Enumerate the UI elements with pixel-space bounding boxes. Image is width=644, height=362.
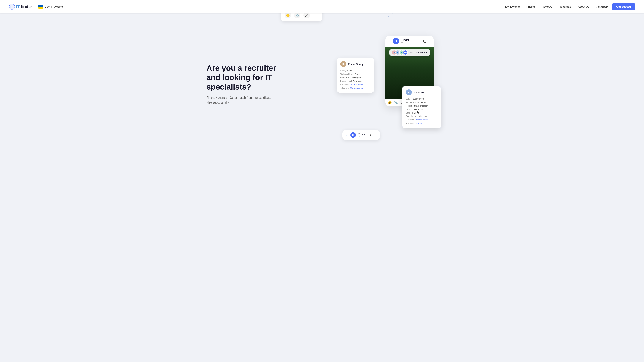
plus-badge: +20 — [403, 50, 408, 55]
bottom-bot-role: bot — [358, 135, 368, 137]
nav-reviews[interactable]: Reviews — [542, 5, 552, 8]
emma-card-info: Salary: $7000 Technical level: Senior Ro… — [340, 69, 371, 90]
page-main: Candidate /candidate 😊 📎 🎤 Are you a rec… — [0, 0, 644, 362]
ukraine-badge: Born in Ukraine! — [38, 5, 64, 8]
alex-salary-label: Salary: — [406, 98, 412, 100]
phone-back-button[interactable]: ← — [388, 39, 391, 43]
svg-text:IT: IT — [10, 5, 13, 8]
emma-contacts-label: Contacts: — [340, 83, 349, 86]
bottom-icons: 📞 ⋮ — [370, 133, 377, 136]
emma-salary-label: Salary: — [340, 69, 346, 72]
bottom-bot-avatar: IT — [350, 132, 356, 138]
alex-role-value: Software engineer — [411, 105, 428, 107]
cursor-pointer — [416, 110, 421, 116]
language-selector[interactable]: Language — [596, 5, 608, 8]
emma-sunny-card: ES Emma Sunny Salary: $7000 Technical le… — [337, 58, 374, 93]
bottom-back-icon[interactable]: ← — [346, 133, 348, 137]
navbar: IT ITtinder Born in Ukraine! How it work… — [0, 0, 644, 13]
logo-it: IT — [16, 4, 20, 9]
main-section: Are you a recruiter and looking for IT s… — [192, 13, 452, 144]
bottom-bot-name: ITinder — [358, 133, 368, 135]
phone-header-actions: 📞 ⋮ — [422, 39, 431, 43]
alex-card-info: Salary: $5000-6000 Technical level: Seni… — [406, 97, 438, 125]
phone-header: ← IT ITinder bot 📞 ⋮ — [385, 36, 434, 47]
bottom-title-group: ITinder bot — [358, 133, 368, 137]
alex-salary-value: $5000-6000 — [413, 98, 424, 100]
nav-how-it-works[interactable]: How it works — [504, 5, 520, 8]
candidates-bubble[interactable]: 👤 👤 👤 +20 more candidates — [389, 49, 430, 56]
logo[interactable]: IT ITtinder — [9, 4, 32, 10]
emma-contacts-value: +80983423455 — [350, 83, 363, 86]
emma-salary-value: $7000 — [347, 69, 353, 72]
candidates-avatars: 👤 👤 👤 +20 — [392, 50, 408, 55]
alex-telegram-label: Telegram: — [406, 122, 415, 124]
alex-role-label: Role: — [406, 105, 411, 107]
candidates-bubble-text: more candidates — [410, 51, 427, 54]
alex-contacts-value: +80984356885 — [415, 119, 429, 121]
alex-lee-card: AL Alex Lee Salary: $5000-6000 Technical… — [402, 86, 441, 128]
emma-english-value: Advanced — [353, 80, 362, 82]
emma-role-value: Product Designer — [346, 76, 362, 79]
nav-about-us[interactable]: About Us — [578, 5, 589, 8]
logo-icon: IT — [9, 4, 15, 10]
emma-telegram-value: @emmaemma — [350, 87, 363, 89]
alex-position-label: Position: — [406, 108, 414, 110]
phone-bot-name: ITinder — [401, 38, 421, 41]
bottom-chat-preview: ← IT ITinder bot 📞 ⋮ — [342, 130, 380, 140]
alex-telegram-value: @alexlee — [415, 122, 424, 124]
emma-name: Emma Sunny — [348, 63, 363, 65]
phone-attach-icon[interactable]: 📎 — [394, 101, 398, 104]
emma-tech-label: Technical level: — [340, 73, 354, 75]
phone-title-group: ITinder bot — [401, 38, 421, 44]
nav-links: How it works Pricing Reviews Roadmap Abo… — [504, 5, 589, 8]
emma-telegram-label: Telegram: — [340, 87, 349, 89]
left-content: Are you a recruiter and looking for IT s… — [206, 63, 277, 105]
phone-more-icon[interactable]: ⋮ — [428, 39, 431, 43]
alex-tech-value: Senior — [420, 101, 426, 103]
bottom-more-icon[interactable]: ⋮ — [374, 133, 377, 136]
ukraine-label: Born in Ukraine! — [45, 5, 64, 8]
get-started-button[interactable]: Get started — [612, 3, 635, 10]
alex-name: Alex Lee — [414, 91, 424, 94]
phone-emoji-icon[interactable]: 😊 — [388, 101, 392, 104]
ukraine-flag-icon — [38, 5, 44, 8]
hero-subtext: Fill the vacancy - Get a match from the … — [206, 95, 277, 105]
phone-bot-role: bot — [401, 41, 421, 44]
alex-contacts-label: Contacts: — [406, 119, 414, 121]
hero-heading: Are you a recruiter and looking for IT s… — [206, 63, 277, 92]
emma-english-label: English level: — [340, 80, 352, 82]
nav-roadmap[interactable]: Roadmap — [559, 5, 571, 8]
logo-tinder: tinder — [21, 4, 32, 9]
emma-tech-value: Senior — [355, 73, 361, 75]
alex-stack-label: Stack: — [406, 112, 412, 114]
alex-tech-label: Technical level: — [406, 101, 420, 103]
phone-call-icon[interactable]: 📞 — [422, 39, 426, 43]
alex-avatar: AL — [406, 89, 412, 95]
bottom-phone-icon[interactable]: 📞 — [370, 133, 373, 136]
right-content: ← IT ITinder bot 📞 ⋮ 👤 — [337, 36, 438, 133]
emma-card-header: ES Emma Sunny — [340, 61, 371, 67]
alex-stack-value: NET — [412, 112, 416, 114]
alex-card-header: AL Alex Lee — [406, 89, 438, 95]
nav-pricing[interactable]: Pricing — [526, 5, 535, 8]
phone-bot-avatar: IT — [393, 38, 399, 44]
emma-role-label: Role: — [340, 76, 345, 79]
emma-avatar: ES — [340, 61, 346, 67]
